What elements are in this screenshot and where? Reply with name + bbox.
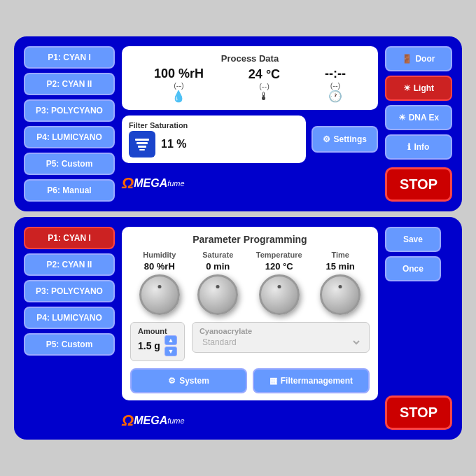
- temperature-icon: 🌡: [258, 90, 270, 103]
- amount-box: Amount 1.5 g ▲ ▼: [130, 322, 185, 361]
- settings-button[interactable]: ⚙ Settings: [312, 126, 378, 153]
- gear-icon: ⚙: [323, 134, 330, 144]
- saturate-knob[interactable]: [197, 274, 238, 315]
- bottom-center-area: Parameter Programming Humidity 80 %rH Sa…: [122, 227, 378, 430]
- bottom-prog-p5[interactable]: P5: Custom: [24, 333, 115, 356]
- top-prog-p6[interactable]: P6: Manual: [24, 179, 115, 202]
- temperature-param: Temperature 120 °C: [256, 251, 302, 315]
- bottom-program-list: P1: CYAN I P2: CYAN II P3: POLYCYANO P4:…: [24, 227, 115, 430]
- time-sub: (--): [330, 81, 341, 90]
- bottom-right-col: Save Once STOP: [385, 227, 452, 430]
- bottom-prog-p4[interactable]: P4: LUMICYANO: [24, 307, 115, 329]
- filter-sat-icon: [129, 131, 155, 158]
- sun-icon: ☀: [403, 83, 411, 93]
- once-button[interactable]: Once: [385, 256, 441, 281]
- system-gear-icon: ⚙: [168, 376, 176, 386]
- humidity-value: 100 %rH: [154, 66, 204, 81]
- dnaex-label: DNA Ex: [409, 113, 440, 122]
- logo-mega-text: MEGA: [134, 177, 167, 190]
- temperature-param-label: Temperature: [256, 251, 302, 259]
- top-center-area: Process Data 100 %rH (--) 💧 24 °C (--) 🌡…: [122, 46, 378, 202]
- top-program-list: P1: CYAN I P2: CYAN II P3: POLYCYANO P4:…: [24, 46, 115, 202]
- top-prog-p3[interactable]: P3: POLYCYANO: [24, 99, 115, 122]
- settings-label: Settings: [334, 134, 367, 144]
- bottom-action-buttons: ⚙ System ▦ Filtermanagement: [130, 368, 370, 393]
- saturate-param-label: Saturate: [202, 251, 233, 259]
- cyanoacrylate-label: Cyanoacrylate: [200, 327, 362, 335]
- bottom-prog-p3[interactable]: P3: POLYCYANO: [24, 280, 115, 302]
- filtermanagement-icon: ▦: [270, 376, 277, 386]
- humidity-param-value: 80 %rH: [144, 261, 175, 272]
- top-prog-p4[interactable]: P4: LUMICYANO: [24, 126, 115, 148]
- top-panel: P1: CYAN I P2: CYAN II P3: POLYCYANO P4:…: [14, 36, 462, 211]
- door-button[interactable]: 🚪 Door: [385, 46, 452, 71]
- svg-rect-3: [139, 149, 145, 150]
- top-right-buttons: 🚪 Door ☀ Light ☀ DNA Ex ℹ Info STOP: [385, 46, 452, 202]
- logo-fume-text: fume: [167, 179, 184, 188]
- process-data-values: 100 %rH (--) 💧 24 °C (--) 🌡 --:-- (--) 🕐: [132, 66, 368, 103]
- amount-up-button[interactable]: ▲: [164, 335, 177, 345]
- filtermanagement-button[interactable]: ▦ Filtermanagement: [253, 368, 370, 393]
- humidity-group: 100 %rH (--) 💧: [154, 66, 204, 103]
- bottom-prog-p1[interactable]: P1: CYAN I: [24, 227, 115, 249]
- clock-icon: 🕐: [328, 90, 342, 103]
- saturate-param: Saturate 0 min: [197, 251, 238, 315]
- param-columns: Humidity 80 %rH Saturate 0 min Temperatu…: [130, 251, 370, 315]
- time-group: --:-- (--) 🕐: [325, 66, 346, 103]
- cyanoacrylate-select[interactable]: Standard: [200, 337, 362, 348]
- save-button[interactable]: Save: [385, 227, 441, 252]
- top-prog-p5[interactable]: P5: Custom: [24, 153, 115, 175]
- system-button[interactable]: ⚙ System: [130, 368, 247, 393]
- time-param-label: Time: [331, 251, 349, 259]
- bottom-panel-inner: P1: CYAN I P2: CYAN II P3: POLYCYANO P4:…: [24, 227, 452, 430]
- humidity-icon: 💧: [172, 90, 186, 103]
- top-prog-p1[interactable]: P1: CYAN I: [24, 46, 115, 69]
- time-knob[interactable]: [320, 274, 360, 315]
- top-bottom-row: Filter Saturation 11 %: [122, 115, 378, 163]
- amount-stepper: ▲ ▼: [164, 335, 177, 356]
- top-prog-p2[interactable]: P2: CYAN II: [24, 73, 115, 95]
- door-icon: 🚪: [402, 54, 412, 64]
- amount-value: 1.5 g: [138, 340, 160, 351]
- amount-cya-row: Amount 1.5 g ▲ ▼ Cyanoacrylate Standa: [130, 322, 370, 361]
- humidity-knob[interactable]: [139, 274, 180, 315]
- process-data-box: Process Data 100 %rH (--) 💧 24 °C (--) 🌡…: [122, 46, 378, 110]
- temperature-knob[interactable]: [259, 274, 300, 315]
- amount-label: Amount: [138, 327, 177, 335]
- filtermanagement-label: Filtermanagement: [281, 376, 353, 386]
- temperature-sub: (--): [259, 82, 270, 90]
- light-label: Light: [414, 83, 434, 93]
- bottom-logo-fume: fume: [167, 416, 184, 425]
- humidity-param: Humidity 80 %rH: [139, 251, 180, 315]
- bottom-stop-button[interactable]: STOP: [385, 396, 452, 430]
- param-programming-title: Parameter Programming: [130, 234, 370, 245]
- logo-omega-icon: Ω: [122, 174, 134, 192]
- bottom-prog-p2[interactable]: P2: CYAN II: [24, 253, 115, 276]
- temperature-group: 24 °C (--) 🌡: [248, 67, 280, 103]
- top-logo: Ω MEGA fume: [122, 174, 378, 192]
- process-data-title: Process Data: [132, 53, 368, 64]
- time-param: Time 15 min: [320, 251, 360, 315]
- info-label: Info: [414, 142, 429, 152]
- amount-control: 1.5 g ▲ ▼: [138, 335, 177, 356]
- temperature-param-value: 120 °C: [265, 261, 293, 272]
- info-icon: ℹ: [407, 142, 411, 152]
- saturate-param-value: 0 min: [206, 261, 230, 272]
- bottom-panel: P1: CYAN I P2: CYAN II P3: POLYCYANO P4:…: [14, 217, 462, 440]
- humidity-sub: (--): [174, 81, 184, 90]
- door-label: Door: [415, 54, 435, 64]
- filter-saturation-box: Filter Saturation 11 %: [122, 115, 306, 163]
- amount-down-button[interactable]: ▼: [164, 346, 177, 356]
- bottom-logo-omega: Ω: [122, 412, 134, 430]
- temperature-value: 24 °C: [248, 67, 280, 82]
- dna-icon: ☀: [398, 113, 406, 122]
- top-stop-button[interactable]: STOP: [385, 167, 452, 202]
- bottom-logo: Ω MEGA fume: [122, 412, 378, 430]
- info-button[interactable]: ℹ Info: [385, 134, 452, 160]
- dnaex-button[interactable]: ☀ DNA Ex: [385, 105, 452, 130]
- filter-sat-value: 11 %: [161, 138, 186, 150]
- cyanoacrylate-box: Cyanoacrylate Standard: [192, 322, 370, 353]
- light-button[interactable]: ☀ Light: [385, 76, 452, 101]
- bottom-logo-mega: MEGA: [134, 414, 167, 427]
- time-value: --:--: [325, 66, 346, 81]
